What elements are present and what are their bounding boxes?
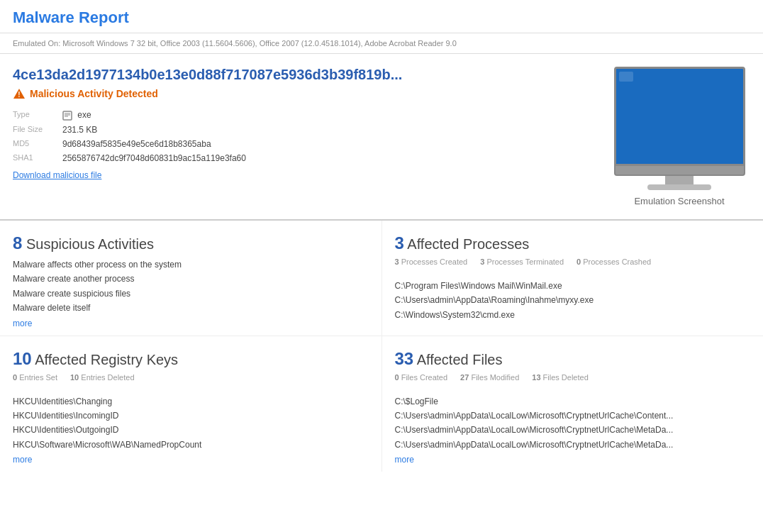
list-item: C:\Users\admin\AppData\LocalLow\Microsof… <box>395 423 751 437</box>
files-subheader: 0 Files Created27 Files Modified13 Files… <box>395 373 751 386</box>
list-item: HKCU\Identities\Changing <box>13 394 369 409</box>
registry-count: 10 <box>13 349 32 368</box>
affected-files-col: 33 Affected Files 0 Files Created27 File… <box>382 336 764 472</box>
sha1-label: SHA1 <box>13 153 62 163</box>
list-item: HKCU\Identities\OutgoingID <box>13 423 369 437</box>
emulated-on-bar: Emulated On: Microsoft Windows 7 32 bit,… <box>0 33 763 54</box>
affected-processes-col: 3 Affected Processes 3 Processes Created… <box>382 221 764 336</box>
file-type: exe <box>62 110 594 121</box>
download-malicious-file-link[interactable]: Download malicious file <box>13 170 594 180</box>
warning-icon: ! <box>13 87 26 100</box>
screenshot-area: Emulation Screenshot <box>608 67 750 206</box>
suspicious-count: 8 <box>13 233 22 253</box>
file-info: 4ce13da2d1977134b0e13e0d88f717087e5936d3… <box>13 67 594 180</box>
list-item: Malware affects other process on the sys… <box>13 257 369 272</box>
list-item: HKCU\Identities\IncomingID <box>13 409 369 423</box>
monitor-base <box>614 166 745 176</box>
md5-label: MD5 <box>13 139 62 149</box>
registry-subheader: 0 Entries Set10 Entries Deleted <box>13 373 369 386</box>
list-item: C:\Program Files\Windows Mail\WinMail.ex… <box>395 279 751 293</box>
md5-value: 9d68439af5835e49e5ce6d18b8365aba <box>62 139 594 149</box>
list-item: C:\$LogFile <box>395 394 751 409</box>
affected-processes-header: 3 Affected Processes <box>395 233 751 253</box>
file-section: 4ce13da2d1977134b0e13e0d88f717087e5936d3… <box>0 54 763 221</box>
files-more-link[interactable]: more <box>395 455 751 465</box>
registry-label: Affected Registry Keys <box>35 352 178 367</box>
file-size-label: File Size <box>13 125 62 135</box>
files-list: C:\$LogFileC:\Users\admin\AppData\LocalL… <box>395 394 751 453</box>
svg-rect-2 <box>63 111 72 120</box>
registry-list: HKCU\Identities\ChangingHKCU\Identities\… <box>13 394 369 453</box>
svg-text:!: ! <box>18 91 20 99</box>
list-item: C:\Users\admin\AppData\Roaming\Inahme\my… <box>395 293 751 307</box>
emulated-on-text: Emulated On: Microsoft Windows 7 32 bit,… <box>13 39 457 48</box>
malicious-badge: ! Malicious Activity Detected <box>13 87 594 100</box>
suspicious-activities-header: 8 Suspicious Activities <box>13 233 369 253</box>
monitor-stand <box>665 176 694 184</box>
registry-header: 10 Affected Registry Keys <box>13 349 369 369</box>
list-item: C:\Users\admin\AppData\LocalLow\Microsof… <box>395 438 751 452</box>
affected-files-header: 33 Affected Files <box>395 349 751 369</box>
files-count: 33 <box>395 349 414 368</box>
sha1-value: 2565876742dc9f7048d60831b9ac15a119e3fa60 <box>62 153 594 163</box>
suspicious-activities-col: 8 Suspicious Activities Malware affects … <box>0 221 382 336</box>
list-item: HKCU\Software\Microsoft\WAB\NamedPropCou… <box>13 438 369 452</box>
stats-section: 8 Suspicious Activities Malware affects … <box>0 221 763 336</box>
header: Malware Report <box>0 0 763 33</box>
registry-more-link[interactable]: more <box>13 455 369 465</box>
processes-subheader: 3 Processes Created3 Processes Terminate… <box>395 257 751 270</box>
suspicious-more-link[interactable]: more <box>13 318 369 328</box>
type-label: Type <box>13 110 62 121</box>
list-item: Malware delete itself <box>13 301 369 315</box>
list-item: Malware create suspicious files <box>13 287 369 301</box>
processes-label: Affected Processes <box>407 236 529 252</box>
registry-keys-col: 10 Affected Registry Keys 0 Entries Set1… <box>0 336 382 472</box>
processes-count: 3 <box>395 233 404 253</box>
file-hash: 4ce13da2d1977134b0e13e0d88f717087e5936d3… <box>13 67 594 83</box>
files-label: Affected Files <box>417 352 503 367</box>
suspicious-list: Malware affects other process on the sys… <box>13 257 369 316</box>
list-item: C:\Windows\System32\cmd.exe <box>395 308 751 322</box>
screenshot-label: Emulation Screenshot <box>608 196 750 206</box>
malicious-status-text: Malicious Activity Detected <box>30 88 158 99</box>
monitor-foot <box>647 184 711 190</box>
suspicious-label: Suspicious Activities <box>26 236 154 252</box>
file-meta: Type exe File Size 231.5 KB MD5 9d68439a… <box>13 110 594 163</box>
monitor-container <box>614 67 745 190</box>
list-item: C:\Users\admin\AppData\LocalLow\Microsof… <box>395 409 751 423</box>
file-size-value: 231.5 KB <box>62 125 594 135</box>
monitor-screen <box>614 67 745 166</box>
bottom-stats: 10 Affected Registry Keys 0 Entries Set1… <box>0 336 763 472</box>
processes-list: C:\Program Files\Windows Mail\WinMail.ex… <box>395 279 751 322</box>
list-item: Malware create another process <box>13 272 369 286</box>
page-title: Malware Report <box>13 9 750 27</box>
